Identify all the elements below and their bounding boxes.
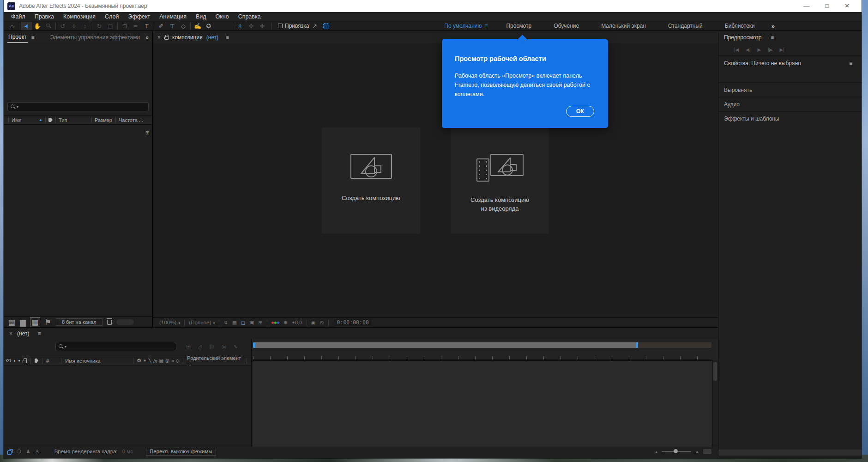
workspace-small-screen[interactable]: Маленький экран — [590, 23, 657, 29]
eraser-tool[interactable]: ◇ — [178, 22, 189, 30]
workspace-standard[interactable]: Стандартный — [657, 23, 714, 29]
play-icon[interactable]: ▶ — [758, 47, 761, 52]
composition-layers-icon[interactable] — [7, 449, 12, 454]
grid-guides-icon[interactable]: ⊞ — [259, 320, 263, 326]
effects-presets-section[interactable]: Эффекты и шаблоны — [718, 111, 862, 125]
zoom-slider-track[interactable] — [662, 451, 691, 452]
workspace-review[interactable]: Просмотр — [495, 23, 542, 29]
new-folder-icon[interactable]: ▆ — [20, 318, 25, 327]
timeline-close-icon[interactable]: × — [9, 330, 12, 337]
column-source-name[interactable]: Имя источника — [65, 358, 129, 364]
timeline-vertical-scrollbar[interactable] — [712, 360, 718, 447]
new-composition-icon[interactable]: ▦ — [30, 317, 40, 327]
column-rate[interactable]: Частота ... — [116, 117, 152, 123]
eye-icon[interactable]: ⊙ — [6, 358, 12, 364]
right-panel-scrollbar[interactable] — [718, 450, 862, 456]
project-item-list[interactable]: ⊞ — [4, 126, 152, 316]
column-label-color[interactable] — [46, 117, 56, 123]
multi-frame-rendering-icon[interactable]: ❍ — [17, 449, 21, 455]
menu-animation[interactable]: Анимация — [155, 13, 191, 20]
timeline-search-input[interactable] — [66, 343, 174, 350]
trash-icon[interactable] — [107, 320, 112, 325]
puppet-pin-tool[interactable]: ✪ — [203, 22, 214, 30]
fx-switch-icon[interactable]: fx — [153, 358, 157, 364]
home-button[interactable]: ⌂ — [6, 22, 18, 30]
tab-project[interactable]: Проект — [7, 31, 28, 43]
hand-tool[interactable]: ✋ — [32, 22, 43, 30]
timeline-tab-label[interactable]: (нет) — [17, 330, 29, 337]
minimize-button[interactable]: — — [803, 0, 809, 12]
preview-status-icon[interactable]: ♟ — [26, 449, 30, 455]
viewer-close-icon[interactable]: × — [157, 34, 161, 41]
timeline-panel-menu-icon[interactable]: ≡ — [37, 330, 41, 337]
new-composition-from-footage-card[interactable]: Создать композициюиз видеоряда — [451, 128, 549, 234]
clone-stamp-tool[interactable]: ⊤ — [167, 22, 178, 30]
panel-expand-button[interactable]: » — [145, 34, 149, 41]
toggle-switches-modes-button[interactable]: Перекл. выключ./режимы — [146, 448, 216, 456]
draft-3d-icon[interactable]: ⊿ — [198, 343, 202, 350]
type-tool[interactable]: T — [141, 22, 152, 30]
bit-depth-button[interactable]: 8 бит на канал — [56, 318, 102, 326]
project-settings-icon[interactable]: ▤ — [8, 318, 15, 327]
snap-checkbox[interactable] — [278, 24, 283, 28]
quality-switch-icon[interactable]: ✪ — [137, 358, 141, 363]
label-color-icon[interactable] — [35, 359, 38, 363]
mask-visibility-icon[interactable]: ▣ — [249, 320, 254, 326]
3d-layer-switch-icon[interactable]: ◇ — [176, 358, 180, 363]
show-channel-icon[interactable] — [271, 322, 279, 324]
effects-switch-icon[interactable]: ╲ — [149, 358, 151, 363]
lock-icon[interactable] — [23, 360, 27, 363]
selection-bounds-icon[interactable] — [323, 23, 329, 29]
comp-mini-flowchart-icon[interactable]: ⊞ — [186, 343, 191, 350]
local-axis-mode-button[interactable]: ✛ — [235, 22, 246, 30]
menu-help[interactable]: Справка — [234, 13, 265, 20]
zoom-slider-knob[interactable] — [674, 449, 678, 453]
pen-tool[interactable]: ✒ — [130, 22, 141, 30]
project-panel-menu-icon[interactable]: ≡ — [31, 34, 35, 41]
column-layer-number[interactable]: # — [46, 358, 57, 364]
menu-file[interactable]: Файл — [6, 13, 30, 20]
previous-frame-icon[interactable]: ◀| — [746, 47, 750, 52]
column-name[interactable]: Имя ▲ — [8, 117, 46, 123]
work-area-navigator[interactable] — [253, 342, 711, 348]
navigator-start-handle[interactable] — [253, 342, 255, 348]
new-composition-card[interactable]: Создать композицию — [322, 128, 420, 234]
last-frame-icon[interactable]: ▶| — [780, 47, 784, 52]
project-flowchart-icon[interactable]: ⊞ — [145, 130, 150, 136]
transparency-grid-icon[interactable]: ▦ — [232, 320, 237, 326]
lock-icon[interactable] — [164, 36, 169, 40]
roto-brush-tool[interactable]: ✍ — [192, 22, 203, 30]
column-type[interactable]: Тип — [56, 117, 92, 123]
frame-blending-master-icon[interactable]: ▤ — [209, 343, 214, 350]
preview-panel-menu-icon[interactable]: ≡ — [771, 34, 774, 41]
preview-panel-title[interactable]: Предпросмотр — [724, 34, 761, 41]
viewer-panel-menu-icon[interactable]: ≡ — [226, 34, 229, 41]
view-axis-mode-button[interactable]: ✚ — [257, 22, 268, 30]
graph-editor-icon[interactable]: ∿ — [233, 343, 238, 350]
project-search-input[interactable] — [18, 103, 146, 110]
maximize-button[interactable]: □ — [825, 0, 829, 12]
viewer-tab-title[interactable]: композиция — [172, 34, 203, 41]
menu-layer[interactable]: Слой — [100, 13, 123, 20]
menu-view[interactable]: Вид — [191, 13, 211, 20]
menu-edit[interactable]: Правка — [30, 13, 59, 20]
world-axis-mode-button[interactable]: ✜ — [246, 22, 257, 30]
shy-switch-icon[interactable]: ✶ — [143, 358, 146, 363]
region-of-interest-icon[interactable]: ◻ — [241, 320, 245, 326]
exposure-value[interactable]: +0,0 — [292, 320, 302, 325]
menu-effect[interactable]: Эффект — [123, 13, 155, 20]
zoom-out-icon[interactable]: ▲ — [655, 450, 658, 453]
workspace-learn[interactable]: Обучение — [542, 23, 590, 29]
motion-blur-switch-icon[interactable]: ◎ — [165, 358, 169, 363]
column-size[interactable]: Размер — [92, 117, 116, 123]
menu-composition[interactable]: Композиция — [59, 13, 100, 20]
first-frame-icon[interactable]: |◀ — [734, 47, 739, 52]
workspace-overflow-button[interactable]: » — [766, 23, 780, 30]
exposure-icon[interactable]: ✺ — [283, 320, 288, 326]
proxy-icon[interactable]: ⚑ — [45, 318, 51, 327]
close-button[interactable]: ✕ — [844, 0, 850, 12]
pan-camera-tool[interactable]: ✛ — [68, 22, 79, 30]
frame-blend-switch-icon[interactable]: ▤ — [159, 358, 163, 363]
magnification-dropdown[interactable]: (100%) ▾ — [159, 320, 180, 325]
snapshot-icon[interactable]: ◉ — [311, 320, 316, 326]
